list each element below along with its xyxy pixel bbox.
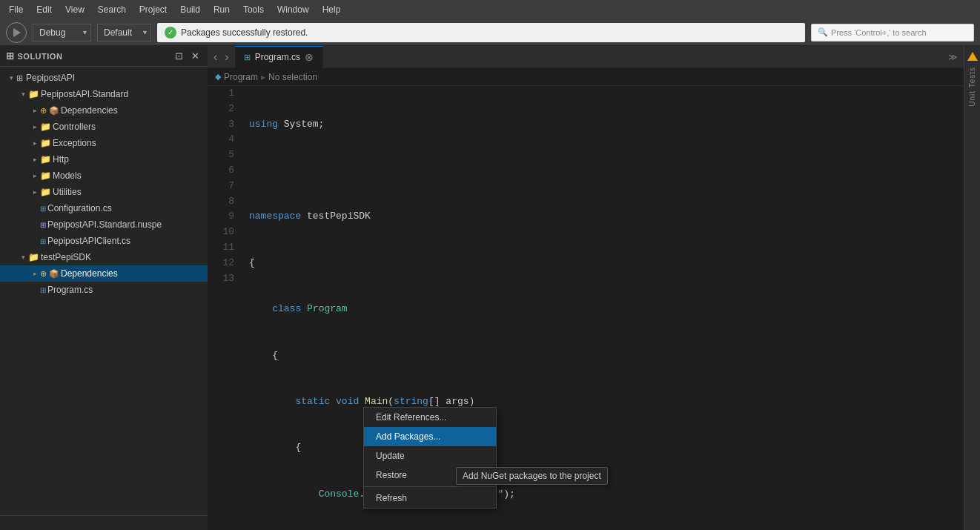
expand-arrow: ▸ bbox=[30, 172, 40, 179]
expand-spacer bbox=[30, 221, 40, 228]
tab-bar: ‹ › ⊞ Program.cs ⊗ ≫ bbox=[208, 46, 964, 68]
debug-config-wrapper: Debug Release bbox=[33, 24, 91, 42]
tree-label: Exceptions bbox=[53, 138, 96, 148]
tooltip-text: Add NuGet packages to the project bbox=[463, 471, 601, 481]
menu-run[interactable]: Run bbox=[208, 3, 236, 16]
tree-label: Dependencies bbox=[61, 268, 118, 279]
search-placeholder: Press 'Control+,' to search bbox=[831, 28, 927, 37]
global-search[interactable]: 🔍 Press 'Control+,' to search bbox=[811, 24, 974, 42]
menu-project[interactable]: Project bbox=[133, 3, 173, 16]
folder-icon: 📁 bbox=[40, 187, 51, 197]
expand-arrow: ▸ bbox=[30, 123, 40, 130]
tree-item-configuration[interactable]: ⊞ Configuration.cs bbox=[0, 200, 208, 216]
sidebar-title: ⊞ Solution bbox=[6, 50, 62, 62]
expand-spacer bbox=[30, 205, 40, 212]
tooltip-add-packages: Add NuGet packages to the project bbox=[456, 467, 608, 485]
expand-spacer bbox=[30, 286, 40, 294]
tree-item-pepipostapi[interactable]: ▾ ⊞ PepipostAPI bbox=[0, 70, 208, 86]
dep-pkg-icon: 📦 bbox=[49, 269, 59, 279]
folder-icon: 📁 bbox=[40, 138, 51, 148]
tree-item-testpepisdk[interactable]: ▾ 📁 testPepiSDK bbox=[0, 249, 208, 265]
solution-icon: ⊞ bbox=[16, 73, 23, 83]
sidebar-content: ▾ ⊞ PepipostAPI ▾ 📁 PepipostAPI.Standard… bbox=[0, 67, 208, 515]
notification-text: Packages successfully restored. bbox=[181, 27, 308, 38]
tab-back-btn[interactable]: ‹ bbox=[211, 46, 220, 68]
platform-select[interactable]: Default bbox=[97, 24, 151, 42]
tree-item-utilities[interactable]: ▸ 📁 Utilities bbox=[0, 184, 208, 200]
tree-item-models[interactable]: ▸ 📁 Models bbox=[0, 168, 208, 184]
menu-build[interactable]: Build bbox=[174, 3, 206, 16]
dep-plus-icon: ⊕ bbox=[40, 269, 47, 279]
menu-help[interactable]: Help bbox=[317, 3, 347, 16]
platform-config-wrapper: Default bbox=[97, 24, 151, 42]
code-editor[interactable]: 12345 678910 111213 using System; namesp… bbox=[208, 86, 964, 530]
context-sep bbox=[364, 486, 496, 487]
tree-item-deps1[interactable]: ▸ ⊕ 📦 Dependencies bbox=[0, 102, 208, 119]
menu-window[interactable]: Window bbox=[271, 3, 315, 16]
menu-file[interactable]: File bbox=[3, 3, 29, 16]
run-icon bbox=[13, 28, 21, 37]
menu-bar: File Edit View Search Project Build Run … bbox=[0, 0, 980, 19]
editor-area: ‹ › ⊞ Program.cs ⊗ ≫ ◆ Program ▸ No sele… bbox=[208, 46, 964, 530]
notification-bar: ✓ Packages successfully restored. bbox=[157, 23, 805, 42]
tab-label: Program.cs bbox=[255, 52, 300, 62]
warning-triangle-icon bbox=[967, 52, 978, 61]
cs-file-icon: ⊞ bbox=[40, 237, 46, 245]
menu-search[interactable]: Search bbox=[92, 3, 132, 16]
tree-label: PepipostAPI bbox=[26, 73, 75, 83]
tree-item-client[interactable]: ⊞ PepipostAPIClient.cs bbox=[0, 233, 208, 249]
tab-expand-btn[interactable]: ≫ bbox=[942, 52, 964, 62]
context-menu: Edit References... Add Packages... Updat… bbox=[363, 407, 497, 509]
tree-item-programcs[interactable]: ⊞ Program.cs bbox=[0, 282, 208, 298]
expand-spacer bbox=[30, 237, 40, 245]
debug-select[interactable]: Debug Release bbox=[33, 24, 91, 42]
tree-item-deps2[interactable]: ▸ ⊕ 📦 Dependencies bbox=[0, 265, 208, 282]
tree-item-http[interactable]: ▸ 📁 Http bbox=[0, 151, 208, 168]
run-button[interactable] bbox=[6, 22, 27, 43]
tree-label: Controllers bbox=[53, 122, 96, 132]
context-refresh[interactable]: Refresh bbox=[364, 488, 496, 508]
sidebar-close-btn[interactable]: ✕ bbox=[188, 50, 202, 63]
unit-tests-label[interactable]: Unit Tests bbox=[968, 61, 976, 113]
folder-icon: 📁 bbox=[40, 122, 51, 132]
menu-tools[interactable]: Tools bbox=[237, 3, 270, 16]
expand-arrow: ▸ bbox=[30, 270, 40, 277]
expand-arrow: ▾ bbox=[18, 254, 28, 261]
expand-arrow: ▸ bbox=[30, 188, 40, 196]
sidebar-expand-btn[interactable]: ⊡ bbox=[172, 50, 185, 63]
breadcrumb-part2: No selection bbox=[268, 72, 317, 82]
tree-item-exceptions[interactable]: ▸ 📁 Exceptions bbox=[0, 135, 208, 151]
menu-edit[interactable]: Edit bbox=[30, 3, 58, 16]
tree-item-nupkg[interactable]: ⊞ PepipostAPI.Standard.nuspe bbox=[0, 216, 208, 233]
expand-arrow: ▸ bbox=[30, 139, 40, 147]
context-update[interactable]: Update bbox=[364, 446, 496, 466]
tab-programcs[interactable]: ⊞ Program.cs ⊗ bbox=[235, 46, 323, 68]
expand-arrow: ▸ bbox=[30, 107, 40, 114]
tab-forward-btn[interactable]: › bbox=[222, 46, 231, 68]
tree-item-standard[interactable]: ▾ 📁 PepipostAPI.Standard bbox=[0, 86, 208, 102]
cs-file-icon: ⊞ bbox=[40, 286, 46, 294]
warning-indicator bbox=[967, 52, 978, 61]
dep-icon: ⊕ bbox=[40, 106, 47, 116]
menu-view[interactable]: View bbox=[59, 3, 90, 16]
tab-close-btn[interactable]: ⊗ bbox=[305, 52, 314, 62]
sidebar-title-text: Solution bbox=[18, 52, 63, 61]
folder-icon: 📁 bbox=[28, 252, 39, 262]
success-icon: ✓ bbox=[165, 27, 176, 39]
dep-folder-icon: 📦 bbox=[49, 106, 59, 116]
context-add-packages[interactable]: Add Packages... bbox=[364, 427, 496, 446]
folder-icon: 📁 bbox=[28, 89, 39, 99]
tree-label: PepipostAPIClient.cs bbox=[47, 236, 130, 246]
breadcrumb-part1[interactable]: Program bbox=[224, 72, 258, 82]
tree-item-controllers[interactable]: ▸ 📁 Controllers bbox=[0, 119, 208, 135]
tab-nav: ‹ › bbox=[208, 46, 235, 68]
expand-arrow: ▾ bbox=[6, 74, 16, 82]
breadcrumb-icon: ◆ bbox=[215, 72, 221, 82]
sidebar-header: ⊞ Solution ⊡ ✕ bbox=[0, 46, 208, 67]
context-edit-refs[interactable]: Edit References... bbox=[364, 408, 496, 427]
sidebar-icon: ⊞ bbox=[6, 50, 15, 62]
code-text[interactable]: using System; namespace testPepiSDK { cl… bbox=[243, 86, 964, 530]
sidebar-footer bbox=[0, 515, 208, 530]
tree-label: Configuration.cs bbox=[47, 203, 112, 213]
right-panel: Unit Tests bbox=[964, 46, 980, 530]
